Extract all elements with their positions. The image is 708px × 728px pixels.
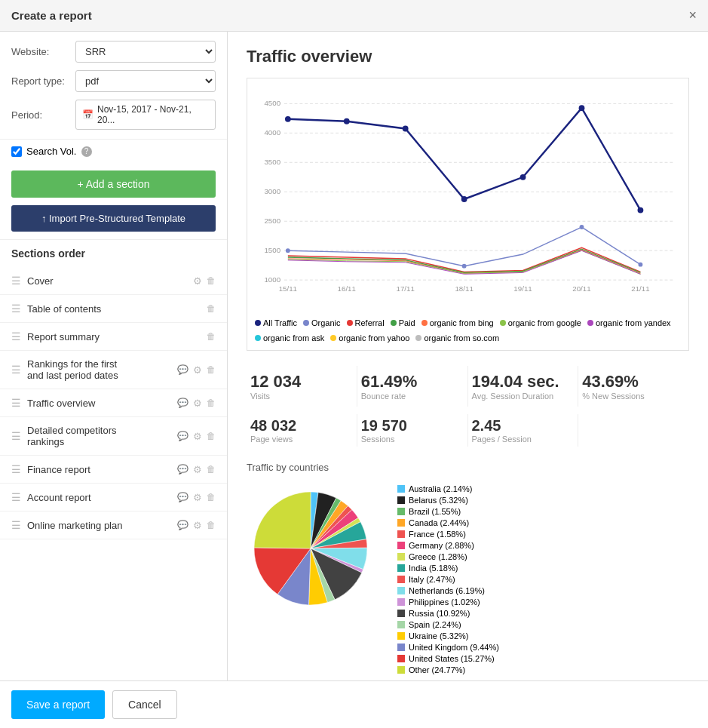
legend-dot-organic-ask xyxy=(255,335,261,341)
legend-organic-yahoo: organic from yahoo xyxy=(330,333,409,342)
pie-legend-text: Other (24.77%) xyxy=(409,665,465,674)
comment-icon[interactable]: 💬 xyxy=(177,464,188,475)
period-input[interactable]: 📅 Nov-15, 2017 - Nov-21, 20... xyxy=(75,100,216,130)
search-vol-checkbox[interactable] xyxy=(11,146,22,157)
svg-point-28 xyxy=(286,248,290,253)
delete-icon[interactable]: 🗑 xyxy=(207,398,216,408)
gear-icon[interactable]: ⚙ xyxy=(193,431,202,442)
pie-legend-dot xyxy=(397,655,405,662)
period-label: Period: xyxy=(11,109,75,121)
pie-legend-dot xyxy=(397,644,405,651)
drag-handle-icon[interactable]: ☰ xyxy=(11,491,21,503)
stat-label: Visits xyxy=(250,392,353,401)
drag-handle-icon[interactable]: ☰ xyxy=(11,330,21,342)
import-template-button[interactable]: ↑ Import Pre-Structured Template xyxy=(11,205,216,232)
website-select[interactable]: SRR xyxy=(75,41,216,63)
pie-legend-dot xyxy=(397,496,405,504)
stat-value: 43.69% xyxy=(582,372,685,392)
svg-point-31 xyxy=(639,263,643,267)
pie-legend-item: Philippines (1.02%) xyxy=(397,597,689,607)
add-section-button[interactable]: + Add a section xyxy=(11,170,216,198)
pie-legend-text: Netherlands (6.19%) xyxy=(409,586,485,595)
legend-organic-yandex: organic from yandex xyxy=(587,318,671,327)
gear-icon[interactable]: ⚙ xyxy=(193,492,202,503)
delete-icon[interactable]: 🗑 xyxy=(207,520,216,530)
svg-point-27 xyxy=(638,207,644,213)
pie-legend-item: Italy (2.47%) xyxy=(397,575,689,584)
modal-header: Create a report × xyxy=(0,0,708,32)
section-name: Rankings for the first and last period d… xyxy=(27,358,171,381)
help-icon[interactable]: ? xyxy=(81,146,92,157)
cancel-button[interactable]: Cancel xyxy=(112,690,177,719)
period-value: Nov-15, 2017 - Nov-21, 20... xyxy=(97,104,209,125)
gear-icon[interactable]: ⚙ xyxy=(193,398,202,409)
pie-legend-text: Canada (2.44%) xyxy=(409,518,469,527)
drag-handle-icon[interactable]: ☰ xyxy=(11,364,21,376)
stat-value: 12 034 xyxy=(250,372,353,392)
drag-handle-icon[interactable]: ☰ xyxy=(11,303,21,315)
pie-legend-dot xyxy=(397,587,405,594)
report-type-label: Report type: xyxy=(11,75,75,87)
close-button[interactable]: × xyxy=(688,8,697,23)
svg-point-29 xyxy=(462,264,467,269)
drag-handle-icon[interactable]: ☰ xyxy=(11,397,21,409)
section-actions: 💬⚙🗑 xyxy=(177,431,216,442)
right-panel: Traffic overview 4500 4000 3500 3000 xyxy=(228,32,708,680)
legend-dot-referral xyxy=(347,320,353,326)
report-type-select[interactable]: pdf xyxy=(75,70,216,92)
modal-footer: Save a report Cancel xyxy=(0,680,708,728)
legend-dot-organic xyxy=(303,320,309,326)
traffic-by-countries-label: Traffic by countries xyxy=(247,462,689,473)
delete-icon[interactable]: 🗑 xyxy=(207,364,216,375)
legend-organic-google: organic from google xyxy=(500,318,581,327)
save-button[interactable]: Save a report xyxy=(11,690,105,719)
pie-legend-dot xyxy=(397,542,405,549)
svg-text:20/11: 20/11 xyxy=(572,284,590,293)
comment-icon[interactable]: 💬 xyxy=(177,398,188,408)
drag-handle-icon[interactable]: ☰ xyxy=(11,275,21,287)
delete-icon[interactable]: 🗑 xyxy=(207,303,216,314)
section-item: ☰Finance report💬⚙🗑 xyxy=(0,456,227,484)
stat-value2: 19 570 xyxy=(361,417,464,435)
drag-handle-icon[interactable]: ☰ xyxy=(11,463,21,475)
legend-paid: Paid xyxy=(391,318,415,327)
section-name: Report summary xyxy=(27,331,201,342)
drag-handle-icon[interactable]: ☰ xyxy=(11,430,21,442)
section-name: Finance report xyxy=(27,464,171,475)
gear-icon[interactable]: ⚙ xyxy=(193,464,202,475)
pie-legend-dot xyxy=(397,553,405,561)
legend-dot-organic-google xyxy=(500,320,506,326)
delete-icon[interactable]: 🗑 xyxy=(207,492,216,502)
gear-icon[interactable]: ⚙ xyxy=(193,275,202,287)
stat-cell2 xyxy=(578,414,689,447)
comment-icon[interactable]: 💬 xyxy=(177,431,188,441)
pie-legend-dot xyxy=(397,564,405,572)
svg-text:4500: 4500 xyxy=(264,99,280,107)
comment-icon[interactable]: 💬 xyxy=(177,492,188,502)
svg-point-23 xyxy=(403,126,409,132)
gear-icon[interactable]: ⚙ xyxy=(193,520,202,531)
pie-legend-dot xyxy=(397,485,405,493)
pie-legend-item: Spain (2.24%) xyxy=(397,620,689,629)
pie-legend-item: Greece (1.28%) xyxy=(397,552,689,561)
gear-icon[interactable]: ⚙ xyxy=(193,364,202,376)
pie-legend-item: Germany (2.88%) xyxy=(397,541,689,550)
stat-value2: 2.45 xyxy=(472,417,575,435)
comment-icon[interactable]: 💬 xyxy=(177,520,188,530)
legend-dot-organic-bing xyxy=(421,320,428,326)
delete-icon[interactable]: 🗑 xyxy=(207,464,216,475)
pie-section: Australia (2.14%)Belarus (5.32%)Brazil (… xyxy=(247,484,689,677)
legend-dot-all-traffic xyxy=(255,320,261,326)
pie-legend-dot xyxy=(397,610,405,617)
comment-icon[interactable]: 💬 xyxy=(177,364,188,375)
delete-icon[interactable]: 🗑 xyxy=(207,275,216,286)
section-item: ☰Cover⚙🗑 xyxy=(0,267,227,295)
delete-icon[interactable]: 🗑 xyxy=(207,331,216,342)
preview-title: Traffic overview xyxy=(247,47,689,66)
legend-dot-organic-socom xyxy=(415,335,421,341)
modal-title: Create a report xyxy=(11,9,92,22)
stats-grid: 12 034Visits61.49%Bounce rate194.04 sec.… xyxy=(247,366,689,407)
delete-icon[interactable]: 🗑 xyxy=(207,431,216,441)
pie-legend-dot xyxy=(397,508,405,515)
drag-handle-icon[interactable]: ☰ xyxy=(11,519,21,531)
